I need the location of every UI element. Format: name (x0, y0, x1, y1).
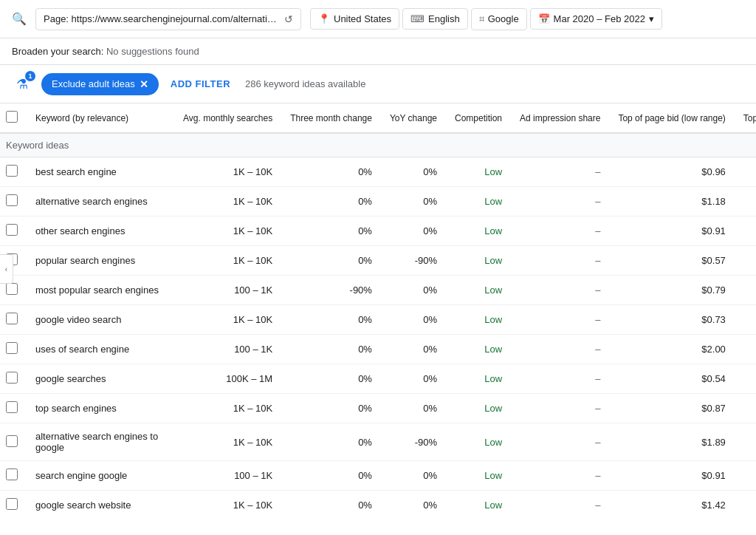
row-checkbox-0[interactable] (6, 165, 18, 177)
table-row: top search engines 1K – 10K 0% 0% Low – … (0, 394, 756, 423)
search-engine-label: Google (488, 13, 519, 24)
keyword-cell-6: uses of search engine (27, 335, 174, 364)
row-checkbox-cell-11[interactable] (0, 491, 27, 518)
yoy-cell-10: 0% (381, 461, 446, 491)
row-checkbox-8[interactable] (6, 401, 18, 413)
competition-cell-10: Low (446, 461, 511, 491)
row-checkbox-11[interactable] (6, 498, 18, 510)
exclude-adult-ideas-button[interactable]: Exclude adult ideas ✕ (41, 73, 159, 95)
ad-share-cell-7: – (511, 364, 609, 394)
row-checkbox-4[interactable] (6, 283, 18, 295)
broaden-message: No suggestions found (106, 46, 199, 57)
row-checkbox-cell-0[interactable] (0, 157, 27, 187)
yoy-cell-0: 0% (381, 157, 446, 187)
row-checkbox-cell-1[interactable] (0, 187, 27, 217)
bid-low-cell-8: $0.87 (609, 394, 734, 423)
bid-high-cell-7: $2.50 (735, 364, 756, 394)
keyword-cell-0: best search engine (27, 157, 174, 187)
three-month-change-header: Three month change (281, 103, 381, 133)
select-all-checkbox[interactable] (6, 111, 18, 123)
bid-low-cell-6: $2.00 (609, 335, 734, 364)
exclude-btn-label: Exclude adult ideas (52, 78, 135, 89)
yoy-cell-1: 0% (381, 187, 446, 217)
row-checkbox-cell-6[interactable] (0, 335, 27, 364)
row-checkbox-9[interactable] (6, 435, 18, 447)
broaden-bar: Broaden your search: No suggestions foun… (0, 38, 756, 65)
search-icon: 🔍 (12, 12, 27, 26)
three-month-cell-9: 0% (281, 423, 381, 461)
bid-low-cell-1: $1.18 (609, 187, 734, 217)
bid-high-cell-6: $11.21 (735, 335, 756, 364)
left-collapse-button[interactable]: ‹ (0, 254, 13, 284)
row-checkbox-1[interactable] (6, 194, 18, 206)
yoy-cell-8: 0% (381, 394, 446, 423)
date-range-filter[interactable]: 📅 Mar 2020 – Feb 2022 ▾ (530, 8, 662, 30)
ad-share-cell-6: – (511, 335, 609, 364)
row-checkbox-cell-5[interactable] (0, 305, 27, 335)
row-checkbox-cell-9[interactable] (0, 423, 27, 461)
keyword-table-wrap[interactable]: Keyword (by relevance) Avg. monthly sear… (0, 103, 756, 517)
ad-share-cell-8: – (511, 394, 609, 423)
bid-high-cell-10: $4.76 (735, 461, 756, 491)
refresh-icon[interactable]: ↺ (284, 13, 293, 25)
add-filter-button[interactable]: ADD FILTER (168, 74, 233, 94)
three-month-cell-1: 0% (281, 187, 381, 217)
bid-high-cell-4: $3.10 (735, 276, 756, 305)
row-checkbox-10[interactable] (6, 468, 18, 480)
bid-high-cell-1: $3.66 (735, 187, 756, 217)
ad-share-cell-0: – (511, 157, 609, 187)
keyword-table: Keyword (by relevance) Avg. monthly sear… (0, 103, 756, 517)
avg-monthly-searches-header: Avg. monthly searches (174, 103, 281, 133)
table-row: search engine google 100 – 1K 0% 0% Low … (0, 461, 756, 491)
keyword-cell-7: google searches (27, 364, 174, 394)
bid-high-cell-2: $3.53 (735, 217, 756, 246)
three-month-cell-6: 0% (281, 335, 381, 364)
checkbox-header-cell (0, 103, 27, 133)
row-checkbox-6[interactable] (6, 342, 18, 354)
three-month-cell-3: 0% (281, 246, 381, 276)
yoy-cell-11: 0% (381, 491, 446, 518)
yoy-cell-5: 0% (381, 305, 446, 335)
yoy-change-header: YoY change (381, 103, 446, 133)
ad-impression-share-header: Ad impression share (511, 103, 609, 133)
three-month-cell-7: 0% (281, 364, 381, 394)
section-header-label: Keyword ideas (0, 133, 756, 157)
table-row: google video search 1K – 10K 0% 0% Low –… (0, 305, 756, 335)
location-filter[interactable]: 📍 United States (310, 8, 399, 30)
table-row: popular search engines 1K – 10K 0% -90% … (0, 246, 756, 276)
search-engine-filter[interactable]: ⌗ Google (471, 8, 527, 30)
table-row: best search engine 1K – 10K 0% 0% Low – … (0, 157, 756, 187)
filter-funnel-badge: ⚗ 1 (12, 74, 32, 95)
row-checkbox-cell-7[interactable] (0, 364, 27, 394)
row-checkbox-5[interactable] (6, 313, 18, 324)
row-checkbox-cell-2[interactable] (0, 217, 27, 246)
yoy-cell-4: 0% (381, 276, 446, 305)
language-filter[interactable]: ⌨ English (402, 8, 468, 30)
bid-high-cell-9: $7.96 (735, 423, 756, 461)
ad-share-cell-5: – (511, 305, 609, 335)
row-checkbox-7[interactable] (6, 372, 18, 384)
competition-cell-5: Low (446, 305, 511, 335)
ad-share-cell-1: – (511, 187, 609, 217)
row-checkbox-cell-8[interactable] (0, 394, 27, 423)
avg-searches-cell-3: 1K – 10K (174, 246, 281, 276)
close-icon: ✕ (140, 78, 148, 90)
table-row: alternative search engines to google 1K … (0, 423, 756, 461)
url-input-wrap[interactable]: Page: https://www.searchenginejournal.co… (35, 8, 301, 30)
yoy-cell-9: -90% (381, 423, 446, 461)
three-month-cell-2: 0% (281, 217, 381, 246)
toolbar: ⚗ 1 Exclude adult ideas ✕ ADD FILTER 286… (0, 65, 756, 103)
yoy-cell-7: 0% (381, 364, 446, 394)
row-checkbox-2[interactable] (6, 224, 18, 236)
avg-searches-cell-0: 1K – 10K (174, 157, 281, 187)
keyword-cell-9: alternative search engines to google (27, 423, 174, 461)
avg-searches-cell-8: 1K – 10K (174, 394, 281, 423)
ad-share-cell-2: – (511, 217, 609, 246)
three-month-cell-5: 0% (281, 305, 381, 335)
bid-high-cell-3: $3.98 (735, 246, 756, 276)
ad-share-cell-9: – (511, 423, 609, 461)
competition-cell-6: Low (446, 335, 511, 364)
ad-share-cell-3: – (511, 246, 609, 276)
row-checkbox-cell-10[interactable] (0, 461, 27, 491)
language-icon: ⌨ (410, 13, 425, 24)
